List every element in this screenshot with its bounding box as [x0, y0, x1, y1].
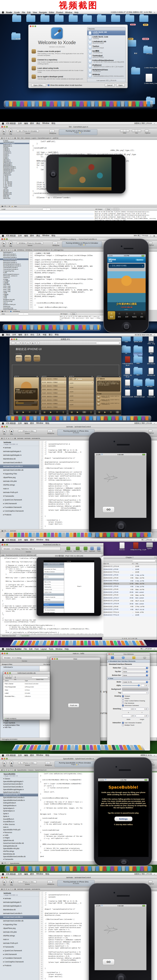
file-item[interactable]: ~1.png [0, 188, 29, 189]
file-item[interactable]: home_2.jpg [0, 287, 29, 289]
menu-item[interactable]: Window [42, 122, 49, 125]
file-item[interactable]: SoundEffects.h [0, 818, 38, 821]
push-me-button[interactable]: Push me [68, 703, 79, 708]
file-item[interactable]: RootViewController.m [0, 167, 29, 169]
interaction-option[interactable]: Multiple Touch [122, 724, 148, 726]
inspector-tabs[interactable] [107, 655, 150, 660]
finder-file-row[interactable]: 2010年2月23日 上午9:494 KBObjec...rce File [102, 576, 157, 579]
apple-menu-icon[interactable] [2, 123, 4, 125]
movie-row[interactable]: 2004 [43, 578, 64, 581]
home-button[interactable] [119, 859, 129, 865]
file-item[interactable]: main.m [0, 826, 38, 829]
file-item[interactable]: AppDelegate.h [0, 163, 29, 165]
menu-item[interactable]: 硬件 [30, 122, 34, 125]
breakpoints-button[interactable]: ▻ [53, 242, 58, 245]
spotlight-icon[interactable]: ⌕ [154, 648, 155, 650]
fish-game-screen[interactable] [59, 157, 112, 191]
menu-item[interactable]: Edit [27, 11, 30, 14]
file-item[interactable]: ianimateAppDelegate.m [0, 904, 39, 908]
open-other-button[interactable]: Open Other... [31, 84, 46, 87]
file-item[interactable]: SettingLayer.m [0, 145, 29, 147]
file-item[interactable]: ▾ 图片素材 [0, 283, 29, 285]
file-item[interactable]: ▾ Frameworks [0, 494, 39, 498]
welcome-action[interactable]: Go to Apple's developer portalVisit the … [32, 75, 84, 80]
file-item[interactable]: InfoPlist.strings [0, 934, 39, 938]
recent-project-item[interactable]: IPadDemo2.../最新课件/iPhone UI课件/13 第十三课 iP… [87, 64, 125, 68]
file-item[interactable]: UINumber.h [0, 159, 29, 161]
text-tool-button[interactable]: A [26, 342, 30, 344]
file-item[interactable]: ▾ Sprites [0, 147, 29, 148]
drawing-option[interactable]: Autoresize Subviews [122, 705, 148, 707]
overview-popup[interactable]: Simulator - 4.2 | Debug | TableView | Ta… [2, 547, 61, 551]
menu-item[interactable]: 工具 [37, 333, 40, 336]
menu-item[interactable]: Tools [49, 648, 53, 650]
go-button[interactable]: GO [103, 959, 115, 965]
settings-button[interactable]: Settings [114, 816, 133, 821]
movie-row[interactable]: John Q. [43, 576, 64, 578]
file-item[interactable]: ▸ 通用 [0, 295, 29, 297]
menu-item[interactable]: 窗口 [49, 333, 53, 336]
menu-item[interactable]: iOS 模拟器 [6, 873, 16, 875]
console-output[interactable]: 2012-12-12 15:22:14.531 WXMtime[9246:c07… [59, 315, 104, 321]
file-item[interactable]: AppDelegate.m [0, 252, 29, 253]
movie-row[interactable]: 2000 [43, 565, 64, 568]
chapter-row[interactable]: 第一章：秦始皇统一六国概述 [41, 377, 66, 381]
file-item[interactable]: SplashViewController.h [0, 791, 38, 794]
tab-item[interactable]: ⌂首页 [108, 311, 115, 320]
file-item[interactable]: WXHLGlobalUICommon.h [0, 274, 29, 275]
variables-pane[interactable] [0, 211, 94, 221]
folder-icon[interactable] [143, 47, 152, 53]
file-item[interactable]: CCNet.h [0, 156, 29, 158]
stretch-field[interactable]: 0.00Y [136, 708, 148, 714]
menu-item[interactable]: 帮助 [45, 422, 49, 425]
xib-object-row[interactable]: First ResponderUIResponder [3, 686, 50, 689]
chapter-row[interactable]: 第三章：秦始皇统一六国概述 [41, 384, 66, 388]
finder-file-row[interactable]: 2010年3月17日 上午11:344 KBXML P...rty List [102, 599, 157, 602]
file-item[interactable]: Default.png [0, 305, 29, 307]
file-item[interactable]: SpaceBubbleViewController.h [0, 796, 38, 799]
spotlight-icon[interactable]: ⌕ [154, 873, 155, 875]
file-item[interactable]: Sprite.m [0, 815, 38, 818]
apple-menu-icon[interactable] [2, 422, 4, 425]
file-item[interactable]: ▸ 启动画 [0, 282, 29, 284]
menu-item[interactable]: 编辑 [24, 539, 28, 541]
file-item[interactable]: cannon.plist [0, 197, 29, 199]
movie-row[interactable]: Out of Time [43, 583, 64, 585]
recent-project-item[interactable]: TianDunWork/OS工作相关 [87, 45, 125, 49]
file-item[interactable]: ▸ Products [0, 513, 39, 517]
finder-file-row[interactable]: 2010年2月23日 上午9:50--文件夹 [102, 568, 157, 571]
finder-search[interactable]: ⌕ [132, 560, 155, 562]
file-item[interactable]: bullet.plist [0, 195, 29, 196]
desktop-icon[interactable]: NoteSQL.db [145, 390, 157, 398]
welcome-action[interactable]: Connect to a repositoryUse Xcode's integ… [32, 57, 84, 65]
menu-item[interactable]: 编辑 [18, 333, 22, 336]
folder-icon[interactable] [54, 15, 64, 22]
movie-row[interactable]: Training Day [43, 585, 64, 588]
tab-item[interactable]: ⌂电影院 [131, 311, 138, 320]
duration-row[interactable]: 40分钟 [69, 394, 94, 398]
file-item[interactable]: CCBullet.h [0, 148, 29, 150]
menu-item[interactable]: 编辑 [24, 234, 28, 237]
jump-bar[interactable]: fish › fish › classes › Layers › GameMai… [17, 137, 58, 139]
menu-item[interactable]: 帮助 [55, 333, 59, 336]
alpha-value[interactable]: 1.00 [141, 684, 148, 687]
file-item[interactable]: CCFish.m [0, 155, 29, 156]
file-item[interactable]: UIMenuLayer.h [0, 162, 29, 163]
recent-project-item[interactable]: MultipleDetailViews~/Downloads [87, 68, 125, 73]
duration-row[interactable]: 60分钟 [69, 403, 94, 407]
file-item[interactable]: SpaceBubbleViewController.m [0, 799, 38, 802]
finder-file-row[interactable]: 2010年2月23日 上午9:494 KBC Prec...ce File [102, 605, 157, 608]
menu-item[interactable]: 显示 [24, 333, 28, 336]
file-item[interactable]: 09re.png [0, 191, 29, 192]
notification-center-icon[interactable]: ≣ [154, 235, 155, 237]
file-item[interactable]: MovieRatingViewController.h [0, 263, 29, 265]
menu-item[interactable]: 文件 [18, 422, 22, 425]
apple-menu-icon[interactable] [2, 334, 4, 336]
file-item[interactable]: RootViewController.h [0, 166, 29, 167]
file-item[interactable]: ui_2p_005.png [0, 183, 29, 184]
simulator-screen[interactable]: 运营商3:22 PM Mtime时光网 我的时光 ⌕正在上映影片(33部)▾ 少… [107, 255, 146, 320]
movie-row[interactable]: The Bone Collector [43, 570, 64, 573]
desktop-icon[interactable]: razor.zip [122, 379, 133, 388]
scheme-selector[interactable]: i... › iPhone 4.3 Sim... [18, 430, 37, 433]
menu-item[interactable]: Edit [29, 648, 32, 650]
